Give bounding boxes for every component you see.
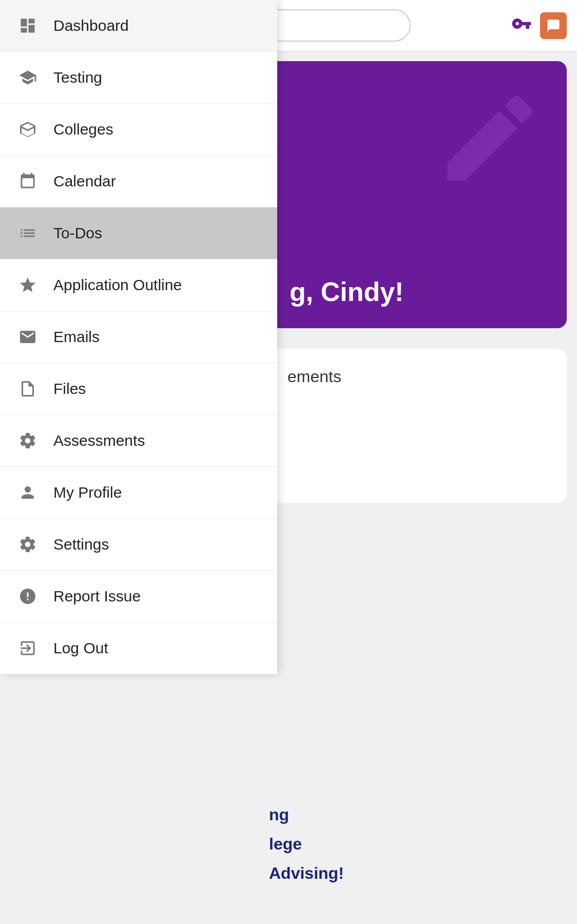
report-issue-label: Report Issue	[53, 588, 141, 605]
sidebar-item-calendar[interactable]: Calendar	[0, 156, 277, 208]
todos-icon	[16, 222, 39, 244]
emails-label: Emails	[53, 328, 100, 346]
assessments-label: Assessments	[53, 432, 145, 449]
sidebar-item-files[interactable]: Files	[0, 363, 277, 415]
sidebar-item-log-out[interactable]: Log Out	[0, 623, 277, 674]
calendar-label: Calendar	[53, 173, 116, 190]
sidebar-item-testing[interactable]: Testing	[0, 52, 277, 104]
colleges-icon	[16, 118, 39, 141]
welcome-card: g, Cindy!	[269, 61, 567, 328]
bottom-links: ng lege Advising!	[269, 805, 567, 883]
sidebar-item-colleges[interactable]: Colleges	[0, 104, 277, 156]
greeting-text: g, Cindy!	[290, 276, 403, 308]
my-profile-label: My Profile	[53, 484, 122, 501]
colleges-label: Colleges	[53, 121, 113, 138]
dashboard-icon	[16, 14, 39, 37]
sidebar-item-settings[interactable]: Settings	[0, 519, 277, 571]
link-lege[interactable]: lege	[269, 835, 567, 854]
settings-icon	[16, 533, 39, 556]
report-issue-icon	[16, 585, 39, 608]
link-advising[interactable]: Advising!	[269, 864, 567, 883]
menu-drawer: Dashboard Testing Colleges Calendar To-D…	[0, 0, 277, 674]
pencil-decoration	[433, 82, 546, 195]
sidebar-item-report-issue[interactable]: Report Issue	[0, 571, 277, 623]
key-icon[interactable]	[511, 13, 532, 38]
application-outline-icon	[16, 274, 39, 296]
application-outline-label: Application Outline	[53, 276, 182, 294]
files-icon	[16, 378, 39, 400]
sidebar-item-application-outline[interactable]: Application Outline	[0, 259, 277, 311]
link-ng[interactable]: ng	[269, 805, 567, 824]
dashboard-label: Dashboard	[53, 17, 129, 34]
log-out-label: Log Out	[53, 639, 108, 657]
requirements-text: ements	[287, 367, 341, 386]
log-out-icon	[16, 637, 39, 659]
calendar-icon	[16, 170, 39, 193]
requirements-card: ements	[269, 349, 567, 503]
settings-label: Settings	[53, 536, 109, 553]
sidebar-item-assessments[interactable]: Assessments	[0, 415, 277, 467]
testing-icon	[16, 66, 39, 89]
sidebar-item-dashboard[interactable]: Dashboard	[0, 0, 277, 52]
emails-icon	[16, 326, 39, 348]
message-icon[interactable]	[540, 12, 567, 39]
sidebar-item-todos[interactable]: To-Dos	[0, 208, 277, 259]
todos-label: To-Dos	[53, 224, 102, 242]
assessments-icon	[16, 429, 39, 452]
sidebar-item-emails[interactable]: Emails	[0, 311, 277, 363]
files-label: Files	[53, 380, 86, 398]
sidebar-item-my-profile[interactable]: My Profile	[0, 467, 277, 519]
testing-label: Testing	[53, 69, 102, 86]
my-profile-icon	[16, 481, 39, 504]
